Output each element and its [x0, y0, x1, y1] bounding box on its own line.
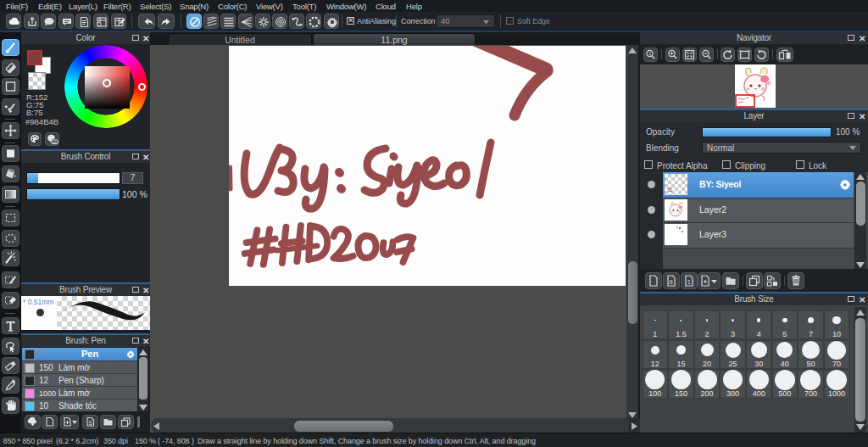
svg-text:1: 1	[687, 278, 691, 286]
svg-text:8: 8	[669, 278, 672, 286]
svg-text:S: S	[88, 420, 92, 426]
